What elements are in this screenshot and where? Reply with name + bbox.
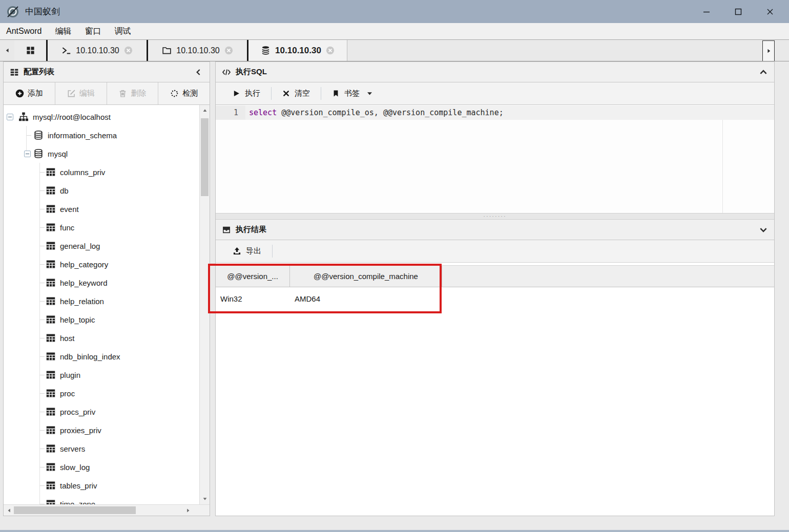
tree-item-db[interactable]: db	[4, 181, 199, 200]
panel-splitter[interactable]: ········	[216, 213, 774, 220]
tree-item-label: procs_priv	[60, 408, 95, 416]
tree-item-label: func	[60, 223, 74, 232]
tree-item-help-keyword[interactable]: help_keyword	[4, 273, 199, 292]
column-header[interactable]: @@version_...	[216, 266, 290, 287]
tree-connector-line	[39, 264, 45, 265]
sql-panel-title: 执行SQL	[236, 67, 267, 77]
tree-item-mysql-root-localhost[interactable]: mysql://root@localhost	[4, 108, 199, 126]
tree-horizontal-scrollbar[interactable]	[4, 504, 210, 516]
tabs: 10.10.10.3010.10.10.3010.10.10.30	[14, 40, 347, 61]
tab-home[interactable]	[14, 40, 46, 61]
results-panel-title: 执行结果	[236, 225, 266, 235]
maximize-button[interactable]	[722, 0, 754, 23]
table-icon	[46, 425, 56, 435]
tree-item-host[interactable]: host	[4, 329, 199, 347]
editor-active-line[interactable]: 1 select @@version_compile_os, @@version…	[216, 105, 774, 120]
close-button[interactable]	[754, 0, 786, 23]
tree-item-procs-priv[interactable]: procs_priv	[4, 402, 199, 421]
edit-button[interactable]: 编辑	[55, 82, 107, 104]
menu-item-window[interactable]: 窗口	[78, 26, 108, 37]
tree-item-event[interactable]: event	[4, 200, 199, 218]
tree-item-slow-log[interactable]: slow_log	[4, 458, 199, 476]
export-button[interactable]: 导出	[222, 240, 272, 262]
clear-button[interactable]: 清空	[272, 82, 321, 104]
results-table-row[interactable]: Win32AMD64	[216, 287, 774, 310]
tree-expander-minus[interactable]	[7, 114, 13, 120]
tab-scroll-right-button[interactable]	[762, 40, 775, 61]
table-icon	[46, 480, 56, 491]
column-header[interactable]: @@version_compile_machine	[290, 266, 442, 287]
tree-item-help-relation[interactable]: help_relation	[4, 292, 199, 310]
scroll-right-button[interactable]	[183, 505, 193, 516]
tree-item-servers[interactable]: servers	[4, 439, 199, 458]
delete-button[interactable]: 删除	[107, 82, 158, 104]
tree-connector-line	[39, 246, 45, 246]
tree-item-information-schema[interactable]: information_schema	[4, 126, 199, 144]
tree-item-mysql[interactable]: mysql	[4, 144, 199, 163]
collapse-sidebar-button[interactable]	[194, 68, 203, 77]
sql-code[interactable]: select @@version_compile_os, @@version_c…	[245, 108, 504, 117]
scroll-down-button[interactable]	[200, 494, 210, 503]
collapse-results-button[interactable]	[759, 225, 768, 235]
scroll-left-button[interactable]	[4, 505, 14, 516]
bookmark-button-label: 书签	[344, 89, 360, 98]
tree-item-label: tables_priv	[60, 481, 97, 490]
tree-item-help-topic[interactable]: help_topic	[4, 310, 199, 329]
tree-connector-line	[39, 375, 45, 375]
tree-item-time-zone[interactable]: time_zone	[4, 495, 199, 504]
tree-connector-line	[39, 190, 45, 191]
tree-item-tables-priv[interactable]: tables_priv	[4, 476, 199, 495]
sql-editor[interactable]: 1 select @@version_compile_os, @@version…	[216, 105, 774, 213]
tree-item-help-category[interactable]: help_category	[4, 255, 199, 273]
tree-item-func[interactable]: func	[4, 218, 199, 237]
tree-item-label: help_category	[60, 260, 108, 269]
results-panel-header: 执行结果	[216, 220, 774, 240]
tree-connector-line	[39, 172, 45, 173]
tab-database-10-10-10-30[interactable]: 10.10.10.30	[247, 40, 347, 61]
results-table: @@version_...@@version_compile_machine W…	[216, 265, 774, 310]
menu-item-antsword[interactable]: AntSword	[6, 27, 48, 36]
menu-item-edit[interactable]: 编辑	[48, 26, 78, 37]
splitter-handle[interactable]: ········	[483, 215, 506, 218]
close-circle-icon[interactable]	[326, 46, 335, 55]
tree-item-proc[interactable]: proc	[4, 384, 199, 402]
check-button-label: 检测	[182, 89, 198, 98]
tree-item-label: columns_priv	[60, 168, 105, 177]
tree-item-plugin[interactable]: plugin	[4, 366, 199, 384]
tree-item-general-log[interactable]: general_log	[4, 237, 199, 255]
vertical-scroll-thumb[interactable]	[201, 118, 209, 196]
results-toolbar: 导出	[216, 240, 774, 263]
x-icon	[282, 90, 290, 97]
tree-item-proxies-priv[interactable]: proxies_priv	[4, 421, 199, 439]
bookmark-button[interactable]: 书签	[321, 82, 384, 104]
clear-button-label: 清空	[295, 89, 310, 98]
tab-scroll-left-button[interactable]	[0, 40, 14, 61]
close-circle-icon[interactable]	[224, 46, 233, 55]
tab-label: 10.10.10.30	[76, 46, 119, 55]
table-icon	[46, 278, 56, 288]
execute-button[interactable]: 执行	[222, 82, 271, 104]
tree-guide-line	[39, 163, 40, 504]
tree-item-columns-priv[interactable]: columns_priv	[4, 163, 199, 181]
collapse-sql-button[interactable]	[759, 68, 768, 77]
tree-connector-line	[39, 301, 45, 302]
horizontal-scroll-thumb[interactable]	[14, 506, 136, 514]
scroll-up-button[interactable]	[200, 106, 210, 115]
sql-code-rest: @@version_compile_os, @@version_compile_…	[277, 108, 504, 117]
table-icon	[46, 333, 56, 343]
tree-connector-line	[39, 430, 45, 431]
close-circle-icon[interactable]	[124, 46, 133, 55]
add-button[interactable]: 添加	[4, 82, 55, 104]
tab-terminal-10-10-10-30[interactable]: 10.10.10.30	[46, 40, 147, 61]
add-button-label: 添加	[28, 89, 43, 98]
tree-item-label: ndb_binlog_index	[60, 352, 120, 361]
tree-vertical-scrollbar[interactable]	[199, 105, 210, 504]
tree-item-ndb-binlog-index[interactable]: ndb_binlog_index	[4, 347, 199, 366]
tab-files-10-10-10-30[interactable]: 10.10.10.30	[147, 40, 247, 61]
edit-icon	[67, 89, 76, 98]
menu-item-debug[interactable]: 调试	[108, 26, 137, 37]
sql-panel: 执行SQL 执行清空书签 1 select @@version_compile_…	[215, 61, 775, 516]
check-button[interactable]: 检测	[158, 82, 210, 104]
minimize-button[interactable]	[691, 0, 722, 23]
tree-expander-minus[interactable]	[24, 151, 31, 157]
